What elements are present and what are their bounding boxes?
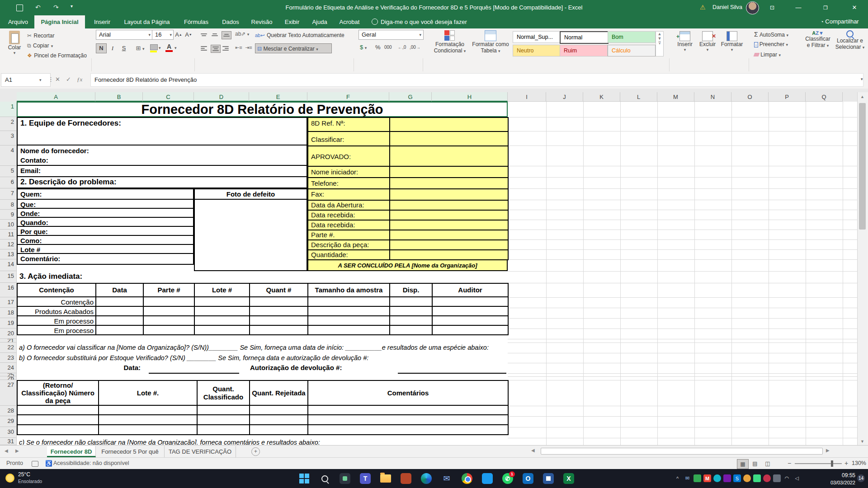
taskbar-app-darkblue-icon[interactable] — [542, 472, 555, 485]
cell-empty[interactable] — [195, 326, 250, 335]
returns-header-lote[interactable]: Lote #. — [99, 381, 198, 406]
tray-icon-4[interactable] — [713, 474, 721, 482]
column-header-L[interactable]: L — [620, 92, 657, 102]
cell-empty[interactable] — [99, 415, 198, 425]
tellme-box[interactable]: Diga-me o que você deseja fazer — [381, 15, 489, 28]
format-as-table-button[interactable]: Formatar como Tabela ▾ — [471, 30, 510, 54]
cell-parte[interactable]: Parte #. — [308, 230, 390, 240]
cell-email[interactable]: Email: — [17, 165, 307, 177]
cell-empty[interactable] — [198, 425, 250, 435]
row-header-24[interactable]: 24 — [0, 363, 17, 373]
user-avatar[interactable] — [746, 1, 759, 14]
warning-icon[interactable]: ⚠ — [700, 4, 706, 11]
style-bom[interactable]: Bom — [608, 31, 656, 43]
view-normal-icon[interactable]: ▦ — [737, 459, 749, 469]
taskbar-app-red-icon[interactable] — [399, 472, 413, 485]
cell-fax-value[interactable] — [390, 189, 509, 201]
cell-line-a[interactable]: a) O fornecedor vai classificar na [Nome… — [19, 344, 489, 351]
column-header-O[interactable]: O — [731, 92, 769, 102]
vertical-scrollbar[interactable]: ▲ ▼ — [857, 92, 867, 445]
tray-icon-8[interactable] — [753, 474, 761, 482]
font-color-dropdown[interactable]: ▾ — [175, 46, 177, 50]
row-header-21[interactable]: 21 — [0, 339, 17, 343]
tab-exibir[interactable]: Exibir — [279, 15, 305, 28]
row-header-19[interactable]: 19 — [0, 318, 17, 328]
cell-supplier-contact[interactable]: Nome do fornecedor:Contato: — [17, 145, 307, 166]
cell-empty[interactable] — [195, 307, 250, 316]
taskbar-outlook-icon[interactable]: O — [521, 472, 535, 485]
cell-empty[interactable] — [308, 406, 509, 415]
cell-section1[interactable]: 1. Equipe de Fornecedores: — [17, 117, 307, 145]
tray-icon-1[interactable]: ✉ — [684, 474, 691, 482]
increase-indent-icon[interactable]: ⇥≡ — [245, 45, 252, 51]
column-header-E[interactable]: E — [249, 92, 307, 102]
start-button[interactable] — [297, 472, 311, 485]
row-header-3[interactable]: 3 — [0, 131, 17, 145]
row-header-8[interactable]: 8 — [0, 200, 17, 210]
cell-empty[interactable] — [390, 297, 433, 307]
cell-org-note[interactable]: A SER CONCLUÍDO PELA [Nome da Organizaçã… — [307, 259, 508, 271]
cell-empty[interactable] — [18, 415, 99, 425]
containment-header-lote[interactable]: Lote # — [195, 284, 250, 297]
align-center-icon[interactable] — [211, 45, 221, 53]
notification-badge[interactable]: 14 — [857, 474, 865, 482]
cell-nome-iniciador-value[interactable] — [390, 167, 509, 178]
row-header-14[interactable]: 14 — [0, 259, 17, 271]
font-size-select[interactable]: 16▾ — [152, 30, 174, 40]
weather-sun-icon[interactable] — [5, 474, 14, 483]
cell-8d-ref[interactable]: 8D Ref. Nª: — [308, 118, 390, 132]
cell-fax[interactable]: Fax: — [308, 189, 390, 201]
cell-nome-iniciador[interactable]: Nome iniciador: — [308, 167, 390, 178]
tab-ajuda[interactable]: Ajuda — [307, 15, 332, 28]
column-header-Q[interactable]: Q — [806, 92, 843, 102]
row-header-16[interactable]: 16 — [0, 283, 17, 297]
taskbar-photos-icon[interactable] — [338, 472, 352, 485]
fill-color-dropdown[interactable]: ▾ — [159, 46, 161, 50]
cell-empty[interactable] — [308, 307, 390, 316]
containment-row-processo2[interactable]: Em processo — [18, 326, 96, 335]
containment-row-processo1[interactable]: Em processo — [18, 316, 96, 326]
format-painter-button[interactable]: ❖ Pincel de Formatação — [27, 51, 87, 59]
column-header-I[interactable]: I — [508, 92, 546, 102]
cell-data-abertura-value[interactable] — [390, 201, 509, 211]
merge-center-button[interactable]: ⊟ Mesclar e Centralizar ▾ — [255, 43, 332, 53]
ribbon-display-options-icon[interactable]: ⊡ — [762, 0, 782, 15]
cell-classificar-value[interactable] — [390, 132, 509, 146]
cell-empty[interactable] — [433, 326, 509, 335]
delete-cells-button[interactable]: ✕ Excluir▾ — [697, 31, 718, 52]
save-icon[interactable] — [16, 4, 24, 12]
sort-filter-button[interactable]: AZ▼ Classificar e Filtrar ▾ — [803, 30, 833, 48]
cancel-icon[interactable]: ✕ — [55, 76, 60, 83]
cell-empty[interactable] — [308, 326, 390, 335]
cell-empty[interactable] — [250, 406, 308, 415]
formula-bar-expand-icon[interactable]: ▾ — [861, 77, 863, 81]
cell-section2[interactable]: 2. Descrição do problema: — [17, 176, 307, 188]
row-header-30[interactable]: 30 — [0, 427, 17, 438]
sheet-tab-fornecedor-8d[interactable]: Fornecedor 8D — [47, 446, 96, 457]
cell-empty[interactable] — [308, 316, 390, 326]
insert-cells-button[interactable]: + Inserir▾ — [675, 31, 695, 52]
cell-empty[interactable] — [250, 316, 308, 326]
cell-quantidade-value[interactable] — [390, 250, 509, 260]
tray-chevron-icon[interactable]: ^ — [674, 474, 681, 482]
tab-revisao[interactable]: Revisão — [247, 15, 277, 28]
cell-telefone[interactable]: Telefone: — [308, 178, 390, 189]
increase-decimal-icon[interactable]: ←,0 — [398, 45, 406, 50]
thousands-format-icon[interactable]: 000 — [384, 45, 392, 50]
taskbar-app-blue-icon[interactable] — [481, 472, 494, 485]
row-header-12[interactable]: 12 — [0, 239, 17, 249]
cell-empty[interactable] — [390, 326, 433, 335]
row-header-20[interactable]: 20 — [0, 328, 17, 339]
style-neutro[interactable]: Neutro — [513, 45, 561, 56]
taskbar-edge-icon[interactable] — [420, 472, 433, 485]
cell-empty[interactable] — [308, 297, 390, 307]
column-header-C[interactable]: C — [143, 92, 194, 102]
cell-empty[interactable] — [198, 415, 250, 425]
row-header-27[interactable]: 27 — [0, 380, 17, 406]
containment-row-produtos[interactable]: Produtos Acabados — [18, 307, 96, 316]
question-cells[interactable]: Quem: Que: Onde: Quando: Por que: Como: … — [17, 188, 194, 265]
cell-empty[interactable] — [433, 297, 509, 307]
tab-arquivo[interactable]: Arquivo — [5, 15, 32, 28]
cell-data-recebida2[interactable]: Data recebida: — [308, 221, 390, 230]
hscroll-right-icon[interactable]: ▶ — [826, 448, 830, 453]
